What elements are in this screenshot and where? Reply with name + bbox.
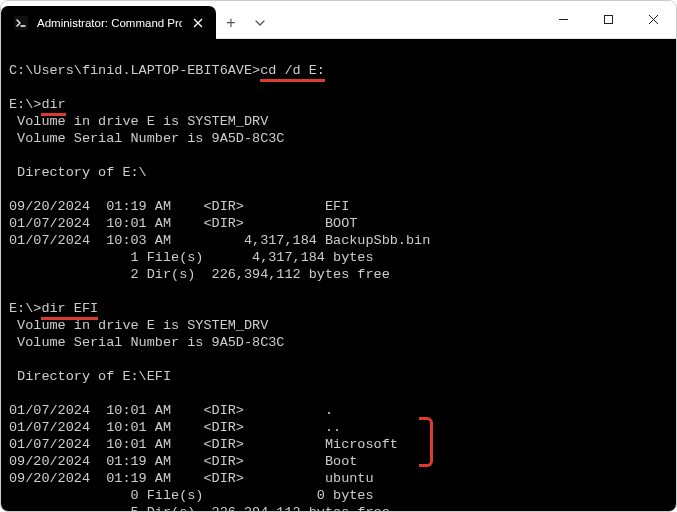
directory-header: Directory of E:\EFI — [9, 369, 171, 384]
prompt-path: E:\> — [9, 97, 41, 112]
directory-header: Directory of E:\ — [9, 165, 147, 180]
tab-close-button[interactable] — [190, 15, 206, 31]
volume-serial: Volume Serial Number is 9A5D-8C3C — [9, 335, 284, 350]
dir-entry: 09/20/2024 01:19 AM <DIR> ubuntu — [9, 471, 374, 486]
dir-summary: 2 Dir(s) 226,394,112 bytes free — [9, 267, 390, 282]
terminal-output[interactable]: C:\Users\finid.LAPTOP-EBIT6AVE>cd /d E: … — [1, 39, 676, 512]
dir-summary: 0 File(s) 0 bytes — [9, 488, 374, 503]
minimize-button[interactable] — [541, 1, 586, 38]
svg-rect-5 — [605, 16, 613, 24]
dir-summary: 1 File(s) 4,317,184 bytes — [9, 250, 374, 265]
dir-entry: 01/07/2024 10:03 AM 4,317,184 BackupSbb.… — [9, 233, 430, 248]
tab-dropdown-button[interactable] — [246, 6, 274, 39]
close-window-button[interactable] — [631, 1, 676, 38]
tab-title: Administrator: Command Pro — [37, 17, 182, 29]
dir-entry: 09/20/2024 01:19 AM <DIR> EFI — [9, 199, 349, 214]
new-tab-button[interactable]: + — [216, 6, 246, 39]
dir-entry: 01/07/2024 10:01 AM <DIR> . — [9, 403, 333, 418]
titlebar: Administrator: Command Pro + — [1, 1, 676, 39]
volume-info: Volume in drive E is SYSTEM_DRV — [9, 318, 268, 333]
window-controls — [541, 1, 676, 38]
volume-info: Volume in drive E is SYSTEM_DRV — [9, 114, 268, 129]
dir-entry: 01/07/2024 10:01 AM <DIR> Microsoft — [9, 437, 398, 452]
terminal-icon — [13, 15, 29, 31]
dir-entry: 01/07/2024 10:01 AM <DIR> .. — [9, 420, 341, 435]
dir-summary: 5 Dir(s) 226,394,112 bytes free — [9, 505, 390, 512]
prompt-path: E:\> — [9, 301, 41, 316]
dir-entry: 01/07/2024 10:01 AM <DIR> BOOT — [9, 216, 357, 231]
titlebar-drag-region[interactable] — [274, 1, 541, 38]
maximize-button[interactable] — [586, 1, 631, 38]
volume-serial: Volume Serial Number is 9A5D-8C3C — [9, 131, 284, 146]
prompt-path: C:\Users\finid.LAPTOP-EBIT6AVE> — [9, 63, 260, 78]
svg-rect-0 — [14, 16, 28, 30]
command-text: cd /d E: — [260, 63, 325, 82]
chevron-down-icon — [255, 18, 265, 28]
dir-entry: 09/20/2024 01:19 AM <DIR> Boot — [9, 454, 357, 469]
active-tab[interactable]: Administrator: Command Pro — [1, 6, 216, 39]
annotation-bracket — [419, 417, 433, 467]
